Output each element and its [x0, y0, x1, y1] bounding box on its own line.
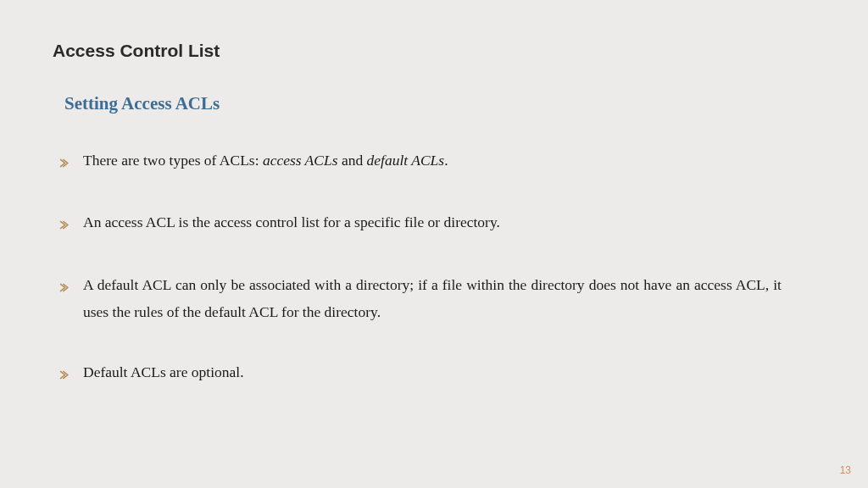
- chevron-right-icon: [59, 361, 75, 388]
- bullet-text: An access ACL is the access control list…: [83, 208, 815, 236]
- slide-subtitle: Setting Access ACLs: [64, 93, 815, 114]
- slide-title: Access Control List: [53, 41, 815, 61]
- list-item: Default ACLs are optional.: [59, 358, 815, 388]
- bullet-text: A default ACL can only be associated wit…: [83, 271, 815, 326]
- list-item: There are two types of ACLs: access ACLs…: [59, 147, 815, 176]
- chevron-right-icon: [59, 211, 75, 238]
- bullet-list: There are two types of ACLs: access ACLs…: [53, 147, 815, 388]
- page-number: 13: [840, 464, 851, 476]
- bullet-text: Default ACLs are optional.: [83, 358, 815, 385]
- chevron-right-icon: [59, 274, 75, 301]
- list-item: A default ACL can only be associated wit…: [59, 271, 815, 326]
- list-item: An access ACL is the access control list…: [59, 208, 815, 238]
- bullet-text: There are two types of ACLs: access ACLs…: [83, 147, 815, 174]
- chevron-right-icon: [59, 149, 75, 176]
